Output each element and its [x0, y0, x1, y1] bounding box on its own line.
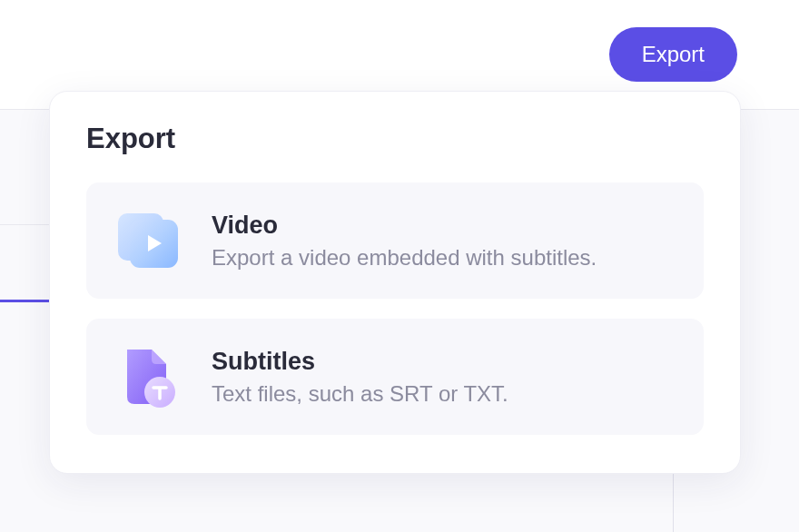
video-icon	[113, 206, 182, 275]
panel-title: Export	[86, 123, 704, 155]
export-panel: Export	[49, 91, 741, 474]
background-tab[interactable]: inal	[0, 150, 54, 225]
option-text-subtitles: Subtitles Text files, such as SRT or TXT…	[212, 348, 676, 407]
subtitles-icon	[113, 342, 182, 411]
option-desc: Text files, such as SRT or TXT.	[212, 381, 676, 407]
export-option-subtitles[interactable]: Subtitles Text files, such as SRT or TXT…	[86, 319, 704, 435]
option-title: Video	[212, 212, 676, 240]
option-desc: Export a video embedded with subtitles.	[212, 245, 676, 271]
option-title: Subtitles	[212, 348, 676, 376]
background-tab-active[interactable]: off by	[0, 225, 54, 302]
option-text-video: Video Export a video embedded with subti…	[212, 212, 676, 271]
background-tabs: inal off by avorit sian	[0, 150, 54, 451]
export-button[interactable]: Export	[609, 27, 737, 82]
background-tab[interactable]: avorit	[0, 302, 54, 377]
export-option-video[interactable]: Video Export a video embedded with subti…	[86, 182, 704, 299]
background-tab[interactable]: sian	[0, 377, 54, 451]
